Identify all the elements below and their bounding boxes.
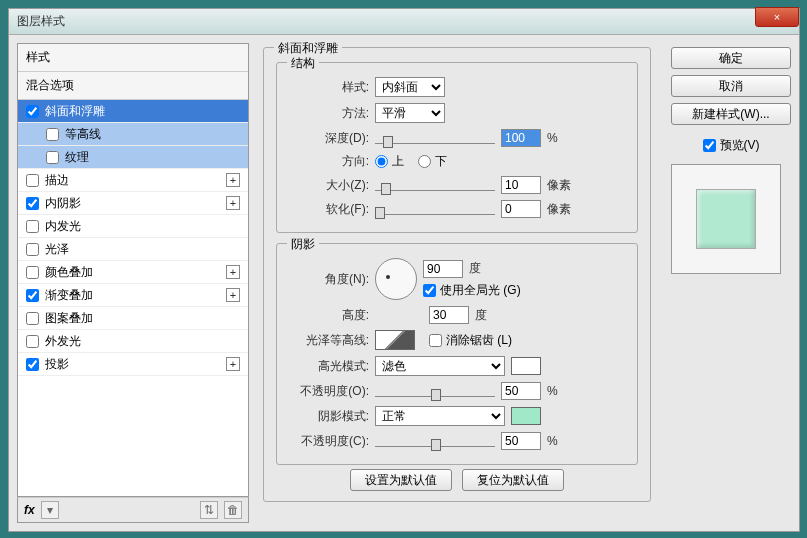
highlight-opacity-input[interactable] [501,382,541,400]
add-icon[interactable]: + [226,173,240,187]
chk-drop-shadow[interactable] [26,358,39,371]
preview-label: 预览(V) [720,137,760,154]
angle-label: 角度(N): [289,271,369,288]
item-color-overlay[interactable]: 颜色叠加+ [18,261,248,284]
size-input[interactable] [501,176,541,194]
add-icon[interactable]: + [226,265,240,279]
chk-outer-glow[interactable] [26,335,39,348]
blend-options-header[interactable]: 混合选项 [18,72,248,100]
item-bevel[interactable]: 斜面和浮雕 [18,100,248,123]
altitude-label: 高度: [289,307,369,324]
make-default-button[interactable]: 设置为默认值 [350,469,452,491]
effects-list: 样式 混合选项 斜面和浮雕 等高线 纹理 描边+ 内阴影+ 内发光 光泽 颜色叠… [17,43,249,497]
size-label: 大小(Z): [289,177,369,194]
shadow-color-swatch[interactable] [511,407,541,425]
styles-header[interactable]: 样式 [18,44,248,72]
soften-input[interactable] [501,200,541,218]
direction-label: 方向: [289,153,369,170]
dir-down-radio[interactable] [418,155,431,168]
item-contour[interactable]: 等高线 [18,123,248,146]
item-outer-glow[interactable]: 外发光 [18,330,248,353]
trash-icon[interactable]: 🗑 [224,501,242,519]
shadow-opacity-slider[interactable] [375,429,495,447]
shadow-opacity-input[interactable] [501,432,541,450]
dialog-buttons: 确定 取消 新建样式(W)... 预览(V) [671,43,791,523]
new-style-button[interactable]: 新建样式(W)... [671,103,791,125]
dialog-title: 图层样式 [17,13,65,30]
style-select[interactable]: 内斜面 [375,77,445,97]
item-texture[interactable]: 纹理 [18,146,248,169]
item-satin[interactable]: 光泽 [18,238,248,261]
preview-swatch [696,189,756,249]
shading-group: 阴影 角度(N): 度 使用全局光 (G) 高度:度 光泽等高线:消除锯齿 (L… [276,243,638,465]
close-button[interactable]: × [755,7,799,27]
item-gradient-overlay[interactable]: 渐变叠加+ [18,284,248,307]
chk-texture[interactable] [46,151,59,164]
item-inner-glow[interactable]: 内发光 [18,215,248,238]
chk-bevel[interactable] [26,105,39,118]
shadow-opacity-label: 不透明度(C): [289,433,369,450]
item-inner-shadow[interactable]: 内阴影+ [18,192,248,215]
size-slider[interactable] [375,173,495,191]
item-stroke[interactable]: 描边+ [18,169,248,192]
direction-radios: 上下 [375,153,447,170]
altitude-input[interactable] [429,306,469,324]
chk-color-overlay[interactable] [26,266,39,279]
sidebar-toolbar: fx ▾ ⇅ 🗑 [17,497,249,523]
chk-inner-shadow[interactable] [26,197,39,210]
chk-contour[interactable] [46,128,59,141]
structure-group: 结构 样式:内斜面 方法:平滑 深度(D):% 方向:上下 大小(Z):像素 软… [276,62,638,233]
global-light-chk[interactable] [423,284,436,297]
structure-legend: 结构 [287,55,319,72]
cancel-button[interactable]: 取消 [671,75,791,97]
preview-box [671,164,781,274]
method-label: 方法: [289,105,369,122]
ok-button[interactable]: 确定 [671,47,791,69]
gloss-contour-picker[interactable] [375,330,415,350]
add-icon[interactable]: + [226,288,240,302]
highlight-mode-label: 高光模式: [289,358,369,375]
layer-style-dialog: 图层样式 × 样式 混合选项 斜面和浮雕 等高线 纹理 描边+ 内阴影+ 内发光… [8,8,800,532]
reorder-icon[interactable]: ⇅ [200,501,218,519]
gloss-label: 光泽等高线: [289,332,369,349]
chk-stroke[interactable] [26,174,39,187]
dir-up-radio[interactable] [375,155,388,168]
reset-default-button[interactable]: 复位为默认值 [462,469,564,491]
chk-gradient-overlay[interactable] [26,289,39,302]
titlebar: 图层样式 × [9,9,799,35]
angle-input[interactable] [423,260,463,278]
antialias-chk[interactable] [429,334,442,347]
shading-legend: 阴影 [287,236,319,253]
chk-satin[interactable] [26,243,39,256]
bevel-group: 斜面和浮雕 结构 样式:内斜面 方法:平滑 深度(D):% 方向:上下 大小(Z… [263,47,651,502]
effects-sidebar: 样式 混合选项 斜面和浮雕 等高线 纹理 描边+ 内阴影+ 内发光 光泽 颜色叠… [17,43,249,523]
depth-input[interactable] [501,129,541,147]
depth-label: 深度(D): [289,130,369,147]
highlight-opacity-label: 不透明度(O): [289,383,369,400]
arrow-icon[interactable]: ▾ [41,501,59,519]
add-icon[interactable]: + [226,196,240,210]
angle-dial[interactable] [375,258,417,300]
highlight-color-swatch[interactable] [511,357,541,375]
settings-panel: 斜面和浮雕 结构 样式:内斜面 方法:平滑 深度(D):% 方向:上下 大小(Z… [259,43,661,523]
depth-slider[interactable] [375,126,495,144]
item-drop-shadow[interactable]: 投影+ [18,353,248,376]
chk-pattern-overlay[interactable] [26,312,39,325]
method-select[interactable]: 平滑 [375,103,445,123]
shadow-mode-select[interactable]: 正常 [375,406,505,426]
soften-label: 软化(F): [289,201,369,218]
fx-icon[interactable]: fx [24,503,35,517]
highlight-opacity-slider[interactable] [375,379,495,397]
item-pattern-overlay[interactable]: 图案叠加 [18,307,248,330]
chk-inner-glow[interactable] [26,220,39,233]
highlight-mode-select[interactable]: 滤色 [375,356,505,376]
style-label: 样式: [289,79,369,96]
shadow-mode-label: 阴影模式: [289,408,369,425]
add-icon[interactable]: + [226,357,240,371]
soften-slider[interactable] [375,197,495,215]
preview-chk[interactable] [703,139,716,152]
